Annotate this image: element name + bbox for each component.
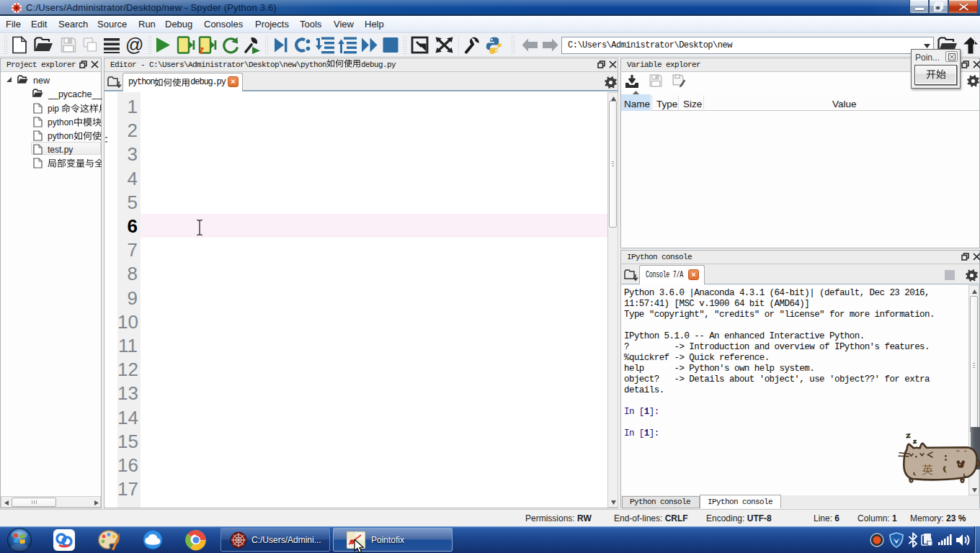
svg-text:z: z bbox=[199, 43, 205, 54]
